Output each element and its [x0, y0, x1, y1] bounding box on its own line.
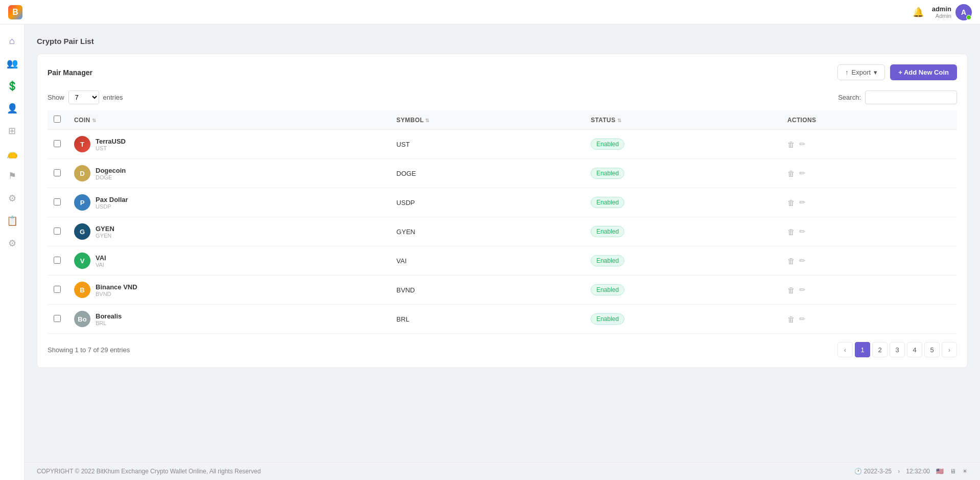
sidebar-item-finance[interactable]: 💲 [2, 76, 22, 96]
status-cell-5: Enabled [585, 276, 781, 305]
coin-sub-1: DOGE [96, 174, 126, 180]
edit-icon-2[interactable]: ✏ [799, 198, 806, 207]
symbol-column-header[interactable]: SYMBOL [390, 110, 585, 130]
row-checkbox-4[interactable] [54, 257, 61, 264]
coin-cell-6: Bo Borealis BRL [68, 305, 390, 334]
card-title: Pair Manager [48, 68, 92, 77]
row-checkbox-0[interactable] [54, 140, 61, 147]
table-row: B Binance VND BVND BVND Enabled 🗑 ✏ [48, 276, 957, 305]
sidebar-item-system-settings[interactable]: ⚙ [2, 233, 22, 254]
pagination-page-3[interactable]: 3 [890, 342, 905, 357]
crypto-table: COIN SYMBOL STATUS ACTIONS T TerraUSD US… [48, 110, 957, 334]
delete-icon-5[interactable]: 🗑 [787, 286, 795, 294]
sidebar-item-flags[interactable]: ⚑ [2, 166, 22, 186]
sidebar-item-users[interactable]: 👥 [2, 53, 22, 74]
sidebar-item-profile[interactable]: 👤 [2, 98, 22, 119]
user-text: admin Admin [932, 5, 951, 19]
row-checkbox-5[interactable] [54, 286, 61, 293]
search-area: Search: [838, 90, 957, 104]
select-all-checkbox[interactable] [54, 116, 61, 123]
pagination-next[interactable]: › [942, 342, 957, 357]
coin-cell-4: V VAI VAI [68, 246, 390, 276]
pagination-page-2[interactable]: 2 [872, 342, 888, 357]
edit-icon-5[interactable]: ✏ [799, 285, 806, 294]
symbol-cell-2: USDP [390, 188, 585, 217]
entries-label: entries [103, 94, 123, 101]
edit-icon-6[interactable]: ✏ [799, 314, 806, 324]
coin-name-6: Borealis [96, 312, 122, 320]
row-checkbox-3[interactable] [54, 227, 61, 235]
row-checkbox-1[interactable] [54, 169, 61, 176]
edit-icon-3[interactable]: ✏ [799, 227, 806, 236]
row-checkbox-6[interactable] [54, 315, 61, 322]
pagination-prev[interactable]: ‹ [837, 342, 853, 357]
status-badge-6: Enabled [591, 313, 624, 325]
actions-column-header: ACTIONS [781, 110, 957, 130]
footer: COPYRIGHT © 2022 BitKhum Exchange Crypto… [25, 462, 980, 480]
coin-column-header[interactable]: COIN [68, 110, 390, 130]
table-row: V VAI VAI VAI Enabled 🗑 ✏ [48, 246, 957, 276]
notification-bell-icon[interactable]: 🔔 [913, 7, 924, 18]
delete-icon-6[interactable]: 🗑 [787, 315, 795, 324]
coin-sub-3: GYEN [96, 233, 114, 239]
coin-sub-5: BVND [96, 291, 137, 297]
coin-name-5: Binance VND [96, 283, 137, 291]
coin-name-2: Pax Dollar [96, 196, 128, 203]
edit-icon-0[interactable]: ✏ [799, 140, 806, 149]
row-checkbox-cell-5 [48, 276, 68, 305]
logo-icon: B [8, 5, 22, 19]
table-row: T TerraUSD UST UST Enabled 🗑 ✏ [48, 130, 957, 159]
coin-cell-2: P Pax Dollar USDP [68, 188, 390, 217]
row-checkbox-2[interactable] [54, 198, 61, 205]
row-checkbox-cell-4 [48, 246, 68, 276]
actions-cell-3: 🗑 ✏ [781, 217, 957, 246]
status-column-header[interactable]: STATUS [585, 110, 781, 130]
footer-date-value: 2022-3-25 [864, 468, 892, 475]
top-header: B 🔔 admin Admin A [0, 0, 980, 25]
symbol-cell-1: DOGE [390, 159, 585, 188]
edit-icon-1[interactable]: ✏ [799, 169, 806, 178]
card-header: Pair Manager ↑ Export ▾ + Add New Coin [48, 64, 957, 80]
user-role: Admin [932, 13, 951, 19]
sidebar-item-dashboard[interactable]: ⊞ [2, 121, 22, 141]
delete-icon-2[interactable]: 🗑 [787, 198, 795, 207]
delete-icon-1[interactable]: 🗑 [787, 169, 795, 178]
symbol-cell-4: VAI [390, 246, 585, 276]
actions-cell-4: 🗑 ✏ [781, 246, 957, 276]
actions-cell-6: 🗑 ✏ [781, 305, 957, 334]
footer-monitor-icon: 🖥 [950, 468, 956, 475]
export-button[interactable]: ↑ Export ▾ [837, 64, 885, 80]
delete-icon-0[interactable]: 🗑 [787, 140, 795, 149]
show-label: Show [48, 94, 64, 101]
footer-date: 🕐 2022-3-25 [854, 468, 892, 475]
status-badge-4: Enabled [591, 255, 624, 266]
sidebar-item-home[interactable]: ⌂ [2, 31, 22, 51]
pagination-page-4[interactable]: 4 [907, 342, 922, 357]
add-label: + Add New Coin [898, 68, 949, 76]
sidebar-item-wallet[interactable]: 👝 [2, 143, 22, 164]
entries-select[interactable]: 7 10 25 50 100 [68, 90, 99, 104]
coin-icon-3: G [74, 223, 90, 240]
symbol-cell-5: BVND [390, 276, 585, 305]
page-title: Crypto Pair List [37, 37, 968, 45]
coin-sub-4: VAI [96, 262, 106, 268]
pagination-page-1[interactable]: 1 [855, 342, 870, 357]
table-body: T TerraUSD UST UST Enabled 🗑 ✏ [48, 130, 957, 334]
delete-icon-4[interactable]: 🗑 [787, 257, 795, 265]
sidebar-item-reports[interactable]: 📋 [2, 211, 22, 231]
delete-icon-3[interactable]: 🗑 [787, 227, 795, 236]
export-chevron-icon: ▾ [874, 68, 877, 76]
status-cell-1: Enabled [585, 159, 781, 188]
coin-icon-5: B [74, 282, 90, 298]
status-badge-0: Enabled [591, 139, 624, 150]
coin-icon-1: D [74, 165, 90, 181]
pagination-page-5[interactable]: 5 [924, 342, 940, 357]
pagination: ‹ 1 2 3 4 5 › [837, 342, 957, 357]
row-checkbox-cell-2 [48, 188, 68, 217]
edit-icon-4[interactable]: ✏ [799, 256, 806, 265]
search-input[interactable] [865, 90, 957, 104]
status-cell-4: Enabled [585, 246, 781, 276]
sidebar-item-settings[interactable]: ⚙ [2, 188, 22, 209]
add-new-coin-button[interactable]: + Add New Coin [890, 64, 957, 80]
avatar[interactable]: A [955, 4, 972, 20]
